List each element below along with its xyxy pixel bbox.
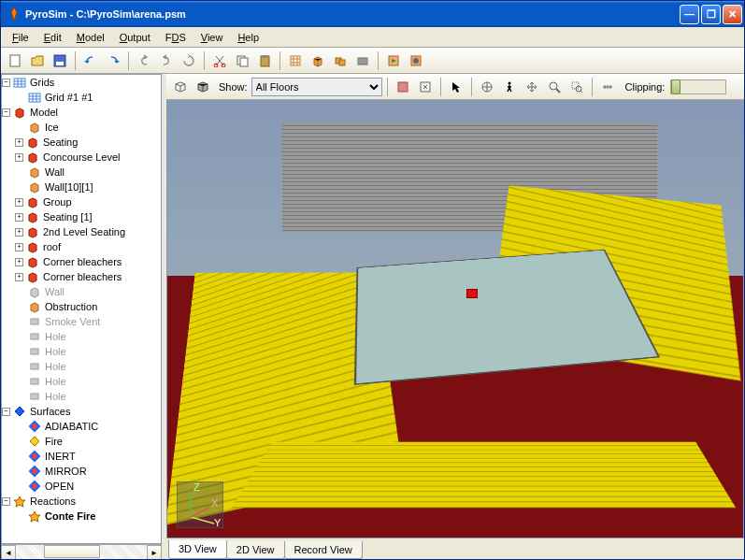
tree-contefire[interactable]: Conte Fire xyxy=(43,510,97,522)
expand-icon[interactable]: + xyxy=(15,258,23,266)
expand-icon[interactable]: + xyxy=(15,198,23,207)
tree-roof[interactable]: roof xyxy=(41,241,63,252)
wireframe-icon[interactable] xyxy=(170,77,191,97)
menu-view[interactable]: View xyxy=(193,30,231,45)
tree-group[interactable]: Group xyxy=(41,196,74,208)
zoom-box-icon[interactable] xyxy=(566,77,587,97)
tree-wall-d[interactable]: Wall xyxy=(43,286,66,297)
tree-cornerbl[interactable]: Corner bleachers xyxy=(41,256,123,267)
tree-hole[interactable]: Hole xyxy=(43,361,68,372)
menu-edit[interactable]: Edit xyxy=(36,30,69,45)
menu-fds[interactable]: FDS xyxy=(158,30,193,45)
minimize-button[interactable]: — xyxy=(680,5,699,24)
menu-output[interactable]: Output xyxy=(112,30,158,45)
tree-h-scrollbar[interactable]: ◄ ► xyxy=(1,544,162,559)
tree-hole[interactable]: Hole xyxy=(43,331,68,342)
expand-icon[interactable]: + xyxy=(15,273,23,281)
expand-icon[interactable]: + xyxy=(15,153,23,162)
tree-hole[interactable]: Hole xyxy=(43,346,68,357)
menu-help[interactable]: Help xyxy=(230,30,266,45)
clip-thumb[interactable] xyxy=(671,79,681,94)
menubar: File Edit Model Output FDS View Help xyxy=(1,27,744,48)
scroll-track[interactable] xyxy=(16,545,147,559)
new-button[interactable] xyxy=(5,50,25,71)
select-icon[interactable] xyxy=(446,77,466,97)
undo-arrow-icon[interactable] xyxy=(134,50,154,71)
reset-view-icon[interactable] xyxy=(415,77,436,97)
redo-arrow-icon[interactable] xyxy=(156,50,177,71)
redo-button[interactable] xyxy=(103,50,123,71)
tree-grid1[interactable]: Grid #1 #1 xyxy=(43,92,94,103)
obstruction-button[interactable] xyxy=(308,50,328,71)
refresh-icon[interactable] xyxy=(179,50,199,71)
tree-obstruction[interactable]: Obstruction xyxy=(43,301,99,312)
expand-icon[interactable]: + xyxy=(15,138,23,147)
undo-button[interactable] xyxy=(80,50,101,71)
tree-grids[interactable]: Grids xyxy=(28,77,56,88)
tree-hole[interactable]: Hole xyxy=(43,391,68,402)
group-button[interactable] xyxy=(330,50,351,71)
run-fds-button[interactable] xyxy=(383,50,404,71)
save-button[interactable] xyxy=(50,50,70,71)
expand-icon[interactable]: − xyxy=(2,79,10,87)
tree-adiabatic[interactable]: ADIABATIC xyxy=(43,421,100,432)
group-icon xyxy=(26,255,39,268)
walk-icon[interactable] xyxy=(499,77,520,97)
tree-wall[interactable]: Wall xyxy=(43,166,66,178)
tree-level2[interactable]: 2nd Level Seating xyxy=(41,226,127,237)
solid-icon[interactable] xyxy=(193,77,213,97)
tree-model[interactable]: Model xyxy=(28,107,60,118)
zoom-icon[interactable] xyxy=(544,77,565,97)
tree-open[interactable]: OPEN xyxy=(43,481,76,492)
tree-ice[interactable]: Ice xyxy=(43,122,61,133)
maximize-button[interactable]: ❐ xyxy=(701,5,721,24)
expand-icon[interactable]: − xyxy=(2,408,10,416)
menu-model[interactable]: Model xyxy=(69,30,112,45)
tab-record-view[interactable]: Record View xyxy=(284,541,363,559)
fit-icon[interactable] xyxy=(393,77,413,97)
expand-icon[interactable]: + xyxy=(15,213,23,222)
hole-icon xyxy=(28,360,41,373)
paste-button[interactable] xyxy=(254,50,275,71)
tree-mirror[interactable]: MIRROR xyxy=(43,466,89,477)
menu-file[interactable]: File xyxy=(5,30,36,45)
model-tree[interactable]: −Grids Grid #1 #1 −Model Ice +Seating +C… xyxy=(1,74,162,544)
tree-fire[interactable]: Fire xyxy=(43,436,64,447)
tab-3d-view[interactable]: 3D View xyxy=(168,540,227,559)
titlebar: PyroSim - C:\PyroSim\arena.psm — ❐ ✕ xyxy=(1,1,744,27)
tree-wall10[interactable]: Wall[10][1] xyxy=(43,181,95,193)
close-button[interactable]: ✕ xyxy=(723,5,742,24)
clipping-slider[interactable] xyxy=(670,79,726,94)
tree-concourse[interactable]: Concourse Level xyxy=(41,151,122,163)
tree-hole[interactable]: Hole xyxy=(43,376,68,387)
open-button[interactable] xyxy=(27,50,48,71)
pan-icon[interactable] xyxy=(522,77,542,97)
3d-viewport[interactable]: Z Y X xyxy=(166,100,744,538)
smokeview-button[interactable] xyxy=(406,50,426,71)
tree-inert[interactable]: INERT xyxy=(43,451,78,462)
tree-smokevent[interactable]: Smoke Vent xyxy=(43,316,102,327)
svg-rect-2 xyxy=(56,62,64,65)
mesh-button[interactable] xyxy=(285,50,306,71)
fire-source xyxy=(466,289,478,298)
scroll-right-button[interactable]: ► xyxy=(147,545,162,559)
measure-icon[interactable] xyxy=(597,77,618,97)
cut-button[interactable] xyxy=(209,50,230,71)
scroll-thumb[interactable] xyxy=(44,545,100,558)
copy-button[interactable] xyxy=(232,50,252,71)
tree-reactions[interactable]: Reactions xyxy=(28,495,78,507)
expand-icon[interactable]: + xyxy=(15,243,23,251)
orbit-icon[interactable] xyxy=(477,77,497,97)
scroll-left-button[interactable]: ◄ xyxy=(1,545,16,559)
expand-icon[interactable]: + xyxy=(15,228,23,237)
expand-icon[interactable]: − xyxy=(2,108,10,117)
expand-icon[interactable]: − xyxy=(2,497,10,506)
tab-2d-view[interactable]: 2D View xyxy=(226,541,285,559)
tree-seating[interactable]: Seating xyxy=(41,136,79,148)
tree-seating1[interactable]: Seating [1] xyxy=(41,211,94,223)
vent-button[interactable] xyxy=(352,50,373,71)
floor-select[interactable]: All Floors xyxy=(251,78,382,96)
group-icon xyxy=(26,151,39,164)
tree-surfaces[interactable]: Surfaces xyxy=(28,406,72,417)
tree-cornerbl2[interactable]: Corner bleachers xyxy=(41,271,123,282)
